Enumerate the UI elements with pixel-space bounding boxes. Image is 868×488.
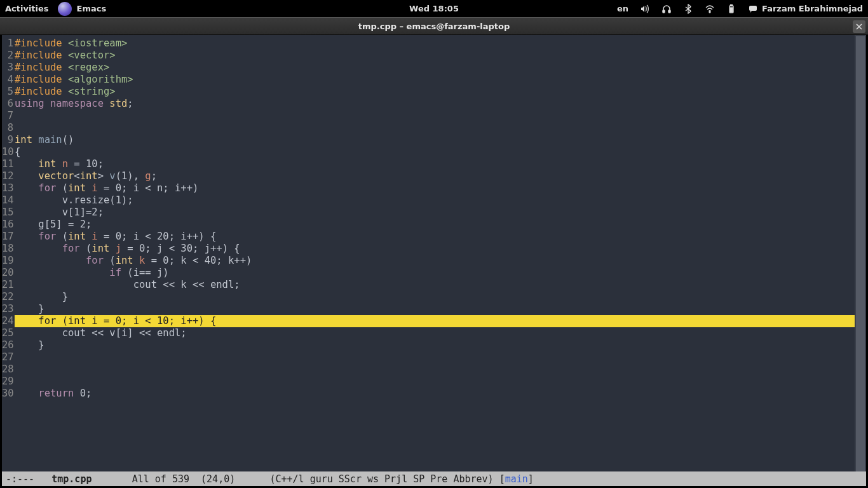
code-line[interactable]: 9int main() [2,134,866,146]
code-line[interactable]: 3#include <regex> [2,62,866,74]
battery-icon[interactable] [726,4,736,14]
code-content: return 0; [15,388,866,400]
code-content: { [15,146,866,158]
code-content: for (int i = 0; i < 20; i++) { [15,231,866,243]
line-number: 23 [2,303,15,315]
scrollbar-thumb[interactable] [856,36,865,471]
code-line[interactable]: 19 for (int k = 0; k < 40; k++) [2,255,866,267]
line-number: 16 [2,219,15,231]
user-menu[interactable]: Farzam Ebrahimnejad [748,4,863,14]
line-number: 17 [2,231,15,243]
code-line[interactable]: 22 } [2,291,866,303]
code-line[interactable]: 1#include <iostream> [2,37,866,50]
code-content: #include <iostream> [15,37,866,50]
code-line[interactable]: 13 for (int i = 0; i < n; i++) [2,182,866,194]
code-content: } [15,339,866,351]
line-number: 10 [2,146,15,158]
buffer-position: All of 539 (24,0) [132,473,236,485]
svg-rect-4 [731,4,733,6]
code-line[interactable]: 6using namespace std; [2,98,866,110]
line-number: 11 [2,158,15,170]
code-content: } [15,303,866,315]
code-content: vector<int> v(1), g; [15,170,866,182]
code-text-area[interactable]: 1#include <iostream>2#include <vector>3#… [2,35,866,400]
line-number: 5 [2,86,15,98]
line-number: 26 [2,339,15,351]
code-line[interactable]: 23 } [2,303,866,315]
code-content: g[5] = 2; [15,219,866,231]
app-menu[interactable]: Emacs [58,2,107,16]
code-content: #include <regex> [15,62,866,74]
code-line[interactable]: 14 v.resize(1); [2,194,866,207]
code-line[interactable]: 11 int n = 10; [2,158,866,170]
code-line[interactable]: 2#include <vector> [2,50,866,62]
svg-rect-1 [668,10,670,13]
volume-icon[interactable] [640,4,650,14]
line-number: 20 [2,267,15,279]
line-number: 1 [2,37,15,50]
code-line[interactable]: 5#include <string> [2,86,866,98]
code-line[interactable]: 27 [2,351,866,363]
line-number: 29 [2,376,15,388]
vertical-scrollbar[interactable] [855,35,866,471]
line-number: 8 [2,122,15,134]
code-line[interactable]: 17 for (int i = 0; i < 20; i++) { [2,231,866,243]
code-line[interactable]: 10{ [2,146,866,158]
clock[interactable]: Wed 18:05 [409,4,459,13]
code-content: for (int k = 0; k < 40; k++) [15,255,866,267]
editor-pane[interactable]: 1#include <iostream>2#include <vector>3#… [2,35,866,471]
window-titlebar: tmp.cpp – emacs@farzam-laptop [0,17,868,35]
headphones-icon[interactable] [661,4,672,14]
line-number: 22 [2,291,15,303]
code-line[interactable]: 7 [2,110,866,122]
line-number: 9 [2,134,15,146]
code-line[interactable]: 16 g[5] = 2; [2,219,866,231]
window-close-button[interactable] [853,20,865,33]
code-line[interactable]: 18 for (int j = 0; j < 30; j++) { [2,243,866,255]
code-line[interactable]: 4#include <algorithm> [2,74,866,86]
code-line[interactable]: 20 if (i== j) [2,267,866,279]
code-line[interactable]: 21 cout << k << endl; [2,279,866,291]
buffer-status: -:--- [6,473,34,485]
code-line[interactable]: 12 vector<int> v(1), g; [2,170,866,182]
line-number: 18 [2,243,15,255]
code-content: cout << v[i] << endl; [15,327,866,339]
bluetooth-icon[interactable] [683,4,693,14]
wifi-icon[interactable] [705,4,715,14]
close-icon [856,24,862,30]
window-title: tmp.cpp – emacs@farzam-laptop [358,22,510,31]
line-number: 4 [2,74,15,86]
code-line[interactable]: 29 [2,376,866,388]
line-number: 12 [2,170,15,182]
code-content [15,110,866,122]
code-content: for (int j = 0; j < 30; j++) { [15,243,866,255]
code-line[interactable]: 8 [2,122,866,134]
emacs-modeline: -:--- tmp.cpp All of 539 (24,0) (C++/l g… [2,471,866,486]
code-line[interactable]: 24 for (int i = 0; i < 10; i++) { [2,315,866,327]
emacs-logo-icon [58,2,72,16]
line-number: 13 [2,182,15,194]
code-line[interactable]: 30 return 0; [2,388,866,400]
line-number: 19 [2,255,15,267]
line-number: 6 [2,98,15,110]
code-content: if (i== j) [15,267,866,279]
code-line[interactable]: 25 cout << v[i] << endl; [2,327,866,339]
svg-rect-5 [730,8,733,12]
line-number: 24 [2,315,15,327]
code-content: cout << k << endl; [15,279,866,291]
activities-button[interactable]: Activities [5,4,49,13]
code-content: } [15,291,866,303]
code-content [15,376,866,388]
code-line[interactable]: 28 [2,363,866,376]
line-number: 14 [2,194,15,207]
code-line[interactable]: 15 v[1]=2; [2,207,866,219]
line-number: 27 [2,351,15,363]
svg-rect-6 [749,6,757,11]
input-lang-indicator[interactable]: en [617,4,628,13]
code-content: v.resize(1); [15,194,866,207]
code-content: v[1]=2; [15,207,866,219]
code-content: #include <vector> [15,50,866,62]
gnome-topbar: Activities Emacs Wed 18:05 en Farzam Ebr… [0,0,868,17]
vc-branch[interactable]: main [505,473,528,485]
code-line[interactable]: 26 } [2,339,866,351]
